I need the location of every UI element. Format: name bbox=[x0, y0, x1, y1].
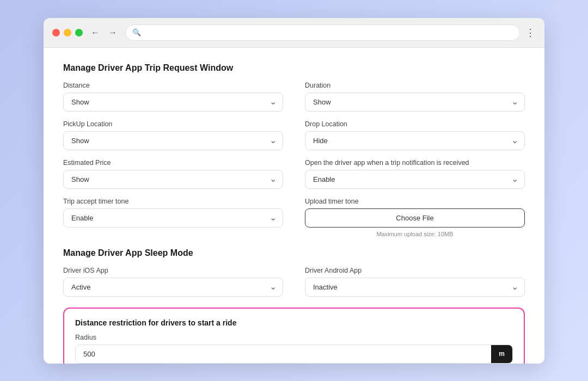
duration-select[interactable]: Show Hide bbox=[305, 93, 525, 112]
radius-label: Radius bbox=[75, 334, 513, 341]
driver-android-select-wrapper[interactable]: Active Inactive bbox=[305, 278, 525, 297]
sleep-mode-form: Driver iOS App Active Inactive Driver An… bbox=[63, 267, 525, 297]
trip-accept-group: Trip accept timer tone Enable Disable bbox=[63, 198, 283, 237]
upload-hint: Maximum upload size: 10MB bbox=[305, 231, 525, 237]
address-bar[interactable]: 🔍 bbox=[125, 24, 520, 41]
driver-android-label: Driver Android App bbox=[305, 267, 525, 274]
radius-group: Radius m bbox=[75, 334, 513, 364]
distance-group: Distance Show Hide bbox=[63, 82, 283, 112]
section1-title: Manage Driver App Trip Request Window bbox=[63, 63, 525, 73]
estimated-price-label: Estimated Price bbox=[63, 159, 283, 167]
pickup-select-wrapper[interactable]: Show Hide bbox=[63, 131, 283, 150]
upload-timer-group: Upload timer tone Choose File Maximum up… bbox=[305, 198, 525, 237]
drop-select[interactable]: Show Hide bbox=[305, 131, 525, 150]
search-icon: 🔍 bbox=[132, 28, 141, 36]
section2-title: Manage Driver App Sleep Mode bbox=[63, 248, 525, 258]
open-driver-app-label: Open the driver app when a trip notifica… bbox=[305, 159, 525, 167]
drop-select-wrapper[interactable]: Show Hide bbox=[305, 131, 525, 150]
duration-select-wrapper[interactable]: Show Hide bbox=[305, 93, 525, 112]
trip-request-form: Distance Show Hide Duration Show Hide bbox=[63, 82, 525, 237]
distance-restriction-box: Distance restriction for drivers to star… bbox=[63, 308, 525, 364]
pickup-group: PickUp Location Show Hide bbox=[63, 120, 283, 150]
minimize-button[interactable] bbox=[64, 29, 71, 36]
pickup-select[interactable]: Show Hide bbox=[63, 131, 283, 150]
traffic-lights bbox=[52, 29, 83, 36]
distance-label: Distance bbox=[63, 82, 283, 89]
driver-android-select[interactable]: Active Inactive bbox=[305, 278, 525, 297]
page-content: Manage Driver App Trip Request Window Di… bbox=[44, 48, 544, 364]
estimated-price-select-wrapper[interactable]: Show Hide bbox=[63, 170, 283, 189]
estimated-price-group: Estimated Price Show Hide bbox=[63, 159, 283, 189]
maximize-button[interactable] bbox=[75, 29, 83, 36]
estimated-price-select[interactable]: Show Hide bbox=[63, 170, 283, 189]
upload-timer-label: Upload timer tone bbox=[305, 198, 525, 205]
driver-ios-group: Driver iOS App Active Inactive bbox=[63, 267, 283, 297]
open-driver-app-select-wrapper[interactable]: Enable Disable bbox=[305, 170, 525, 189]
trip-accept-select-wrapper[interactable]: Enable Disable bbox=[63, 208, 283, 228]
duration-label: Duration bbox=[305, 82, 525, 89]
drop-group: Drop Location Show Hide bbox=[305, 120, 525, 150]
duration-group: Duration Show Hide bbox=[305, 82, 525, 112]
choose-file-button[interactable]: Choose File bbox=[305, 208, 525, 228]
browser-toolbar: ← → 🔍 ⋮ bbox=[44, 18, 544, 48]
radius-input[interactable] bbox=[76, 345, 491, 363]
more-options-button[interactable]: ⋮ bbox=[525, 27, 536, 39]
drop-label: Drop Location bbox=[305, 120, 525, 128]
distance-select-wrapper[interactable]: Show Hide bbox=[63, 93, 283, 112]
open-driver-app-select[interactable]: Enable Disable bbox=[305, 170, 525, 189]
forward-button[interactable]: → bbox=[106, 26, 120, 40]
close-button[interactable] bbox=[52, 29, 60, 36]
driver-ios-select[interactable]: Active Inactive bbox=[63, 278, 283, 297]
radius-input-wrapper: m bbox=[75, 345, 513, 364]
restriction-title: Distance restriction for drivers to star… bbox=[75, 318, 513, 327]
back-button[interactable]: ← bbox=[88, 26, 102, 40]
radius-unit-button[interactable]: m bbox=[491, 345, 512, 363]
pickup-label: PickUp Location bbox=[63, 120, 283, 128]
trip-accept-label: Trip accept timer tone bbox=[63, 198, 283, 205]
distance-select[interactable]: Show Hide bbox=[63, 93, 283, 112]
driver-ios-select-wrapper[interactable]: Active Inactive bbox=[63, 278, 283, 297]
browser-window: ← → 🔍 ⋮ Manage Driver App Trip Request W… bbox=[44, 18, 544, 364]
trip-accept-select[interactable]: Enable Disable bbox=[63, 208, 283, 228]
driver-ios-label: Driver iOS App bbox=[63, 267, 283, 274]
driver-android-group: Driver Android App Active Inactive bbox=[305, 267, 525, 297]
nav-buttons: ← → bbox=[88, 26, 120, 40]
open-driver-app-group: Open the driver app when a trip notifica… bbox=[305, 159, 525, 189]
